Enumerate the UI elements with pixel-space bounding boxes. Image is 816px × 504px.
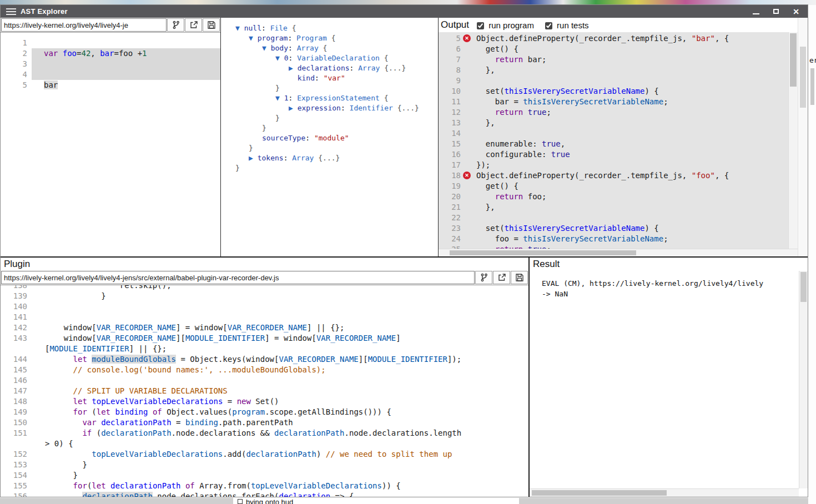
code-line[interactable]: 153 } xyxy=(1,460,528,470)
window-scrollbar[interactable] xyxy=(798,18,808,256)
code-line[interactable]: 138 ret.skip(); xyxy=(1,285,528,291)
tree-node[interactable]: ▶ expression: Identifier {...} xyxy=(235,103,438,113)
menu-icon[interactable] xyxy=(6,8,16,15)
code-line[interactable]: 148 let topLevelVariableDeclarations = n… xyxy=(1,396,528,407)
chevron-down-icon[interactable]: ▼ xyxy=(235,24,244,32)
code-line[interactable]: 5✕Object.defineProperty(_recorder_.tempf… xyxy=(439,33,788,44)
code-line[interactable]: [MODULE_IDENTIFIER] || {}; xyxy=(1,344,528,354)
tree-node[interactable]: ▶ declarations: Array {...} xyxy=(235,63,438,73)
error-icon[interactable]: ✕ xyxy=(463,172,471,179)
code-line[interactable]: 146 xyxy=(1,375,528,386)
version-control-button[interactable] xyxy=(475,271,492,284)
chevron-right-icon[interactable]: ▶ xyxy=(289,64,298,72)
source-editor[interactable]: 12var foo=42, bar=foo +1345bar xyxy=(1,33,220,256)
close-icon[interactable]: ✕ xyxy=(792,8,800,16)
run-program-checkbox[interactable] xyxy=(477,22,484,29)
chevron-down-icon[interactable]: ▼ xyxy=(262,44,271,52)
chevron-right-icon[interactable]: ▶ xyxy=(249,154,258,162)
code-line[interactable]: 7✕ return bar; xyxy=(439,54,788,65)
tree-node[interactable]: ▼ program: Program { xyxy=(235,33,438,43)
code-line[interactable]: 18✕Object.defineProperty(_recorder_.temp… xyxy=(439,170,788,181)
minimize-icon[interactable] xyxy=(752,8,760,16)
result-vertical-scrollbar[interactable] xyxy=(799,271,808,488)
code-line[interactable]: 1 xyxy=(1,38,220,48)
code-line[interactable]: 142 window[VAR_RECORDER_NAME] = window[V… xyxy=(1,322,528,333)
code-line[interactable]: 149 for (let binding of Object.values(pr… xyxy=(1,407,528,417)
code-line[interactable]: 16✕ configurable: true xyxy=(439,149,788,160)
tree-node[interactable]: } xyxy=(235,113,438,123)
code-line[interactable]: 15✕ enumerable: true, xyxy=(439,139,788,149)
open-external-button[interactable] xyxy=(185,18,202,32)
scrollbar-thumb[interactable] xyxy=(790,33,797,87)
code-line[interactable]: 2var foo=42, bar=foo +1 xyxy=(1,48,220,59)
tree-node[interactable]: } xyxy=(235,123,438,133)
code-line[interactable]: 20✕ return foo; xyxy=(439,191,788,202)
code-line[interactable]: 19✕ get() { xyxy=(439,181,788,191)
code-line[interactable]: 23✕ set(thisIsVererySecretVariableName) … xyxy=(439,223,788,234)
code-line[interactable]: 143 window[VAR_RECORDER_NAME][MODULE_IDE… xyxy=(1,333,528,344)
maximize-icon[interactable] xyxy=(772,8,780,16)
scrollbar-thumb[interactable] xyxy=(450,250,636,255)
save-button[interactable] xyxy=(511,271,528,284)
code-line[interactable]: 13✕ }, xyxy=(439,118,788,128)
code-line[interactable]: 21✕ }, xyxy=(439,202,788,213)
code-line[interactable]: 154 } xyxy=(1,470,528,481)
code-line[interactable]: 5bar xyxy=(1,80,220,90)
tree-node[interactable]: ▼ 0: VariableDeclaration { xyxy=(235,53,438,63)
code-line[interactable]: 156 declarationPath.node.declarations.fo… xyxy=(1,491,528,497)
code-line[interactable]: 140 xyxy=(1,301,528,312)
tree-node[interactable]: ▶ tokens: Array {...} xyxy=(235,153,438,163)
tree-node[interactable]: sourceType: "module" xyxy=(235,133,438,143)
tree-node[interactable]: } xyxy=(235,143,438,153)
code-line[interactable]: 22✕ xyxy=(439,213,788,223)
save-button[interactable] xyxy=(203,18,220,32)
output-editor[interactable]: 5✕Object.defineProperty(_recorder_.tempf… xyxy=(439,32,788,249)
tree-node[interactable]: ▼ null: File { xyxy=(235,23,438,33)
run-tests-checkbox[interactable] xyxy=(545,22,552,29)
code-line[interactable]: 139 } xyxy=(1,291,528,301)
chevron-down-icon[interactable]: ▼ xyxy=(249,34,258,42)
run-program-label[interactable]: run program xyxy=(477,21,534,30)
result-horizontal-scrollbar[interactable] xyxy=(530,488,799,497)
plugin-url-input[interactable] xyxy=(1,271,475,284)
code-line[interactable]: 3 xyxy=(1,59,220,69)
code-line[interactable]: 147 // SPLIT UP VARIABLE DECLARATIONS xyxy=(1,386,528,396)
code-line[interactable]: 151 if (declarationPath.node.declaration… xyxy=(1,428,528,439)
output-vertical-scrollbar[interactable] xyxy=(788,32,798,249)
tree-node[interactable]: } xyxy=(235,83,438,93)
scrollbar-thumb[interactable] xyxy=(800,272,807,302)
chevron-right-icon[interactable]: ▶ xyxy=(289,104,298,112)
plugin-editor[interactable]: 138 ret.skip();139 }140141142 window[VAR… xyxy=(1,285,528,497)
background-task-item[interactable]: bying onto hud xyxy=(233,498,519,504)
source-url-input[interactable] xyxy=(1,18,167,32)
code-line[interactable]: 9✕ xyxy=(439,75,788,86)
code-line[interactable]: 14✕ xyxy=(439,128,788,139)
scrollbar-thumb[interactable] xyxy=(800,47,806,108)
code-line[interactable]: 141 xyxy=(1,312,528,322)
chevron-down-icon[interactable]: ▼ xyxy=(275,54,284,62)
code-line[interactable]: 144 let moduleBoundGlobals = Object.keys… xyxy=(1,354,528,365)
code-line[interactable]: 152 topLevelVariableDeclarations.add(dec… xyxy=(1,449,528,460)
tree-node[interactable]: ▼ body: Array { xyxy=(235,43,438,53)
code-line[interactable]: > 0) { xyxy=(1,439,528,449)
run-tests-label[interactable]: run tests xyxy=(545,21,589,30)
code-line[interactable]: 17✕}); xyxy=(439,160,788,170)
chevron-down-icon[interactable]: ▼ xyxy=(275,94,284,102)
output-horizontal-scrollbar[interactable] xyxy=(439,249,798,256)
code-line[interactable]: 4 xyxy=(1,69,220,80)
open-external-button[interactable] xyxy=(493,271,510,284)
code-line[interactable]: 11✕ bar = thisIsVererySecretVariableName… xyxy=(439,97,788,107)
code-line[interactable]: 25✕ return true; xyxy=(439,244,788,249)
code-line[interactable]: 10✕ set(thisIsVererySecretVariableName) … xyxy=(439,86,788,97)
error-icon[interactable]: ✕ xyxy=(463,34,471,42)
code-line[interactable]: 12✕ return true; xyxy=(439,107,788,118)
tree-node[interactable]: kind: "var" xyxy=(235,73,438,83)
code-line[interactable]: 8✕ }, xyxy=(439,65,788,75)
version-control-button[interactable] xyxy=(167,18,184,32)
code-line[interactable]: 150 var declarationPath = binding.path.p… xyxy=(1,417,528,428)
scrollbar-thumb[interactable] xyxy=(532,490,667,496)
tree-node[interactable]: ▼ 1: ExpressionStatement { xyxy=(235,93,438,103)
code-line[interactable]: 6✕ get() { xyxy=(439,44,788,54)
tree-node[interactable]: } xyxy=(235,163,438,173)
edge-scrollbar[interactable] xyxy=(810,68,814,105)
